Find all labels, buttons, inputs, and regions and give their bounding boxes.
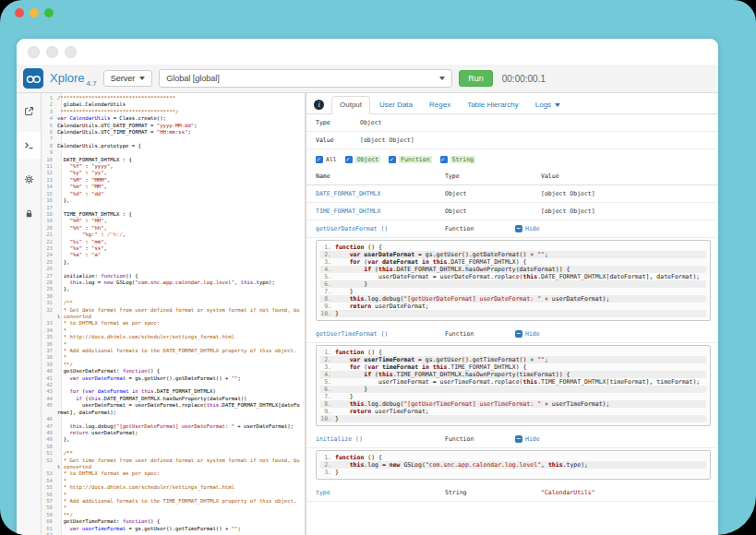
result-name-link[interactable]: TIME_FORMAT_DHTMLX — [306, 208, 445, 215]
editor-line: 39 **/ — [42, 362, 305, 368]
code-text: "%g:" : /^h:/, — [57, 232, 305, 238]
source-code-text: for (var dateFormat in this.DATE_FORMAT_… — [335, 258, 706, 266]
line-number: 22 — [42, 239, 57, 245]
source-code-text: function () { — [335, 454, 706, 461]
editor-line: 26 — [42, 266, 305, 272]
result-name-link[interactable]: DATE_FORMAT_DHTMLX — [306, 190, 445, 197]
hide-link[interactable]: Hide — [515, 435, 540, 443]
checkbox-icon[interactable] — [345, 156, 353, 163]
source-code-text: this.log.debug("[getUserDateFormat] user… — [335, 295, 706, 303]
code-text: * Add additional formats to the TIME_FOR… — [57, 498, 305, 505]
info-icon[interactable] — [314, 100, 324, 110]
filter-string[interactable]: String — [440, 156, 475, 163]
editor-line: 53 * to DHTMLX format as per spec: — [42, 470, 305, 477]
code-editor[interactable]: 1/*************************************2… — [42, 93, 305, 535]
screenshot-card: Xplore4.7 Server Global [global] Run 00:… — [0, 0, 756, 535]
result-type: Object — [445, 190, 541, 197]
result-name-link[interactable]: initialize () — [306, 435, 445, 443]
source-code-text: var userTimeFormat = gs.getUser().getTim… — [335, 356, 706, 363]
code-text: global.CalendarUtils — [57, 101, 305, 108]
caret-down-icon — [555, 103, 560, 107]
checkbox-icon[interactable] — [440, 156, 448, 163]
code-text: getUserDateFormat: function() { — [57, 368, 305, 374]
source-line: 8. this.log.debug("[getUserDateFormat] u… — [320, 295, 706, 303]
line-number: 44 — [42, 396, 57, 402]
line-number: 46 — [42, 416, 57, 422]
output-scroll-area[interactable]: TypeObjectValue[object Object] AllObject… — [306, 114, 718, 535]
source-line: 5. userTimeFormat = userTimeFormat.repla… — [320, 378, 706, 386]
editor-line: 6CalendarUtils.UTC_TIME_FORMAT = "HH:mm:… — [42, 129, 305, 136]
line-number: 40 — [42, 368, 57, 374]
editor-line: 35 * http://docs.dhtmlx.com/scheduler/se… — [42, 334, 305, 340]
server-dropdown-label: Server — [111, 74, 136, 83]
editor-line: 18 TIME_FORMAT_DHTMLX : { — [42, 211, 305, 218]
code-text: *************************************/ — [57, 109, 305, 115]
tab-regex[interactable]: Regex — [422, 97, 458, 113]
filter-object[interactable]: Object — [345, 156, 380, 163]
source-line-number: 9. — [320, 303, 335, 310]
server-dropdown-button[interactable]: Server — [103, 70, 153, 87]
result-row: getUserDateFormat ()FunctionHide — [306, 220, 718, 238]
editor-line: 52 * Get time format from user defined f… — [42, 458, 305, 471]
line-number: 17 — [42, 205, 57, 211]
line-number: 25 — [42, 259, 57, 266]
line-number: 33 — [42, 320, 57, 327]
line-number: 10 — [42, 157, 57, 163]
security-button[interactable] — [17, 200, 41, 227]
source-code-text: } — [335, 415, 706, 422]
code-text — [57, 416, 305, 422]
code-text: * to DHTMLX format as per spec: — [57, 470, 305, 477]
execution-timer: 00:00:00.1 — [502, 74, 546, 84]
open-in-new-window-button[interactable] — [17, 98, 41, 125]
script-editor-button[interactable] — [17, 132, 41, 159]
scope-select[interactable]: Global [global] — [159, 69, 452, 88]
line-number: 34 — [42, 327, 57, 334]
filter-function[interactable]: Function — [389, 156, 431, 163]
editor-line: 44 if (this.DATE_FORMAT_DHTMLX.hasOwnPro… — [42, 396, 305, 402]
close-window-icon[interactable] — [15, 8, 24, 18]
editor-line: 21 "%g:" : /^h:/, — [42, 232, 305, 238]
hide-link[interactable]: Hide — [515, 225, 540, 232]
browser-minimize-icon[interactable] — [46, 46, 58, 58]
tab-table-hierarchy[interactable]: Table Hierarchy — [460, 97, 526, 113]
source-line-number: 7. — [320, 393, 335, 400]
tab-user-data[interactable]: User Data — [372, 97, 420, 113]
editor-line: 15 "%d" : "dd" — [42, 191, 305, 197]
settings-button[interactable] — [17, 166, 41, 193]
filter-label: All — [326, 156, 337, 163]
code-text: CalendarUtils.UTC_DATE_FORMAT = "yyyy-MM… — [57, 123, 305, 129]
tab-logs[interactable]: Logs — [528, 97, 568, 113]
browser-close-icon[interactable] — [28, 46, 40, 58]
source-line-number: 3. — [320, 469, 335, 476]
editor-line: 13 "%M" : "MMM", — [42, 177, 305, 184]
code-text: **/ — [57, 362, 305, 368]
source-line-number: 3. — [320, 258, 335, 266]
function-source-block: 1.function () {2. var userDateFormat = g… — [316, 240, 711, 321]
maximize-window-icon[interactable] — [44, 8, 54, 18]
result-name-link[interactable]: type — [306, 489, 445, 496]
tab-output[interactable]: Output — [331, 96, 370, 114]
line-number: 51 — [42, 450, 57, 457]
editor-line: 23 "%s" : "ss", — [42, 245, 305, 252]
editor-line: 2 global.CalendarUtils — [42, 101, 305, 108]
source-line-number: 8. — [320, 400, 335, 408]
filter-all[interactable]: All — [316, 156, 337, 163]
line-number: 3 — [42, 109, 57, 115]
minimize-window-icon[interactable] — [30, 8, 39, 18]
run-button[interactable]: Run — [459, 70, 493, 87]
source-line: 1.function () { — [320, 454, 706, 461]
checkbox-icon[interactable] — [389, 156, 396, 163]
filter-label: Object — [355, 156, 380, 163]
code-text: var CalendarUtils = Class.create(); — [57, 115, 305, 122]
results-table: NameTypeValueDATE_FORMAT_DHTMLXObject[ob… — [306, 168, 718, 502]
hide-link[interactable]: Hide — [515, 330, 540, 338]
code-text: "%a" : "a" — [57, 252, 305, 258]
editor-line: 17 — [42, 205, 305, 211]
browser-maximize-icon[interactable] — [65, 46, 77, 58]
result-name-link[interactable]: getUserTimeFormat () — [306, 330, 445, 338]
result-name-link[interactable]: getUserDateFormat () — [306, 225, 445, 232]
checkbox-icon[interactable] — [316, 156, 323, 163]
editor-line: 50 — [42, 444, 305, 450]
code-text: "%s" : "ss", — [57, 245, 305, 252]
code-text: "%m" : "MM", — [57, 184, 305, 190]
